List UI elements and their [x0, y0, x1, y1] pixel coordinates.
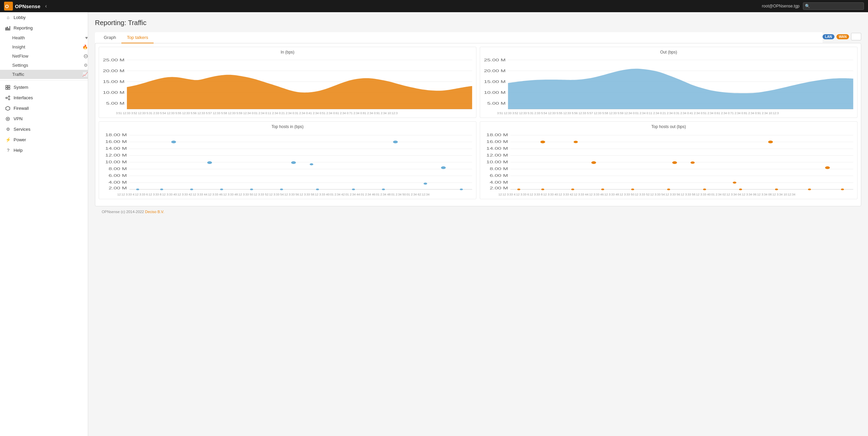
footer-link[interactable]: Deciso B.V. — [145, 210, 164, 214]
svg-point-101 — [733, 182, 736, 184]
sidebar-child-label: NetFlow — [12, 54, 28, 59]
sidebar-item-label: Help — [14, 148, 23, 153]
sidebar-item-power[interactable]: ⚡ Power — [0, 134, 88, 145]
tabs-row: Graph Top talkers LAN WAN — [95, 32, 861, 43]
svg-text:15.00 M: 15.00 M — [484, 80, 506, 84]
svg-text:4.00 M: 4.00 M — [490, 181, 508, 184]
health-icon: ♥ — [85, 35, 88, 40]
svg-point-65 — [136, 189, 139, 190]
svg-text:18.00 M: 18.00 M — [105, 133, 127, 137]
sidebar-item-system[interactable]: System — [0, 82, 88, 92]
help-icon: ? — [5, 148, 11, 153]
svg-line-16 — [7, 98, 8, 99]
chart-out-title: Out (bps) — [483, 50, 854, 55]
svg-point-73 — [382, 189, 385, 190]
search-wrapper: 🔍 — [803, 2, 864, 10]
svg-point-112 — [841, 189, 844, 190]
sidebar-child-health[interactable]: Health ♥ — [0, 33, 88, 42]
chart-top-hosts-out-svg: 18.00 M 16.00 M 14.00 M 12.00 M 10.00 M … — [483, 131, 854, 192]
svg-rect-11 — [8, 88, 10, 89]
sidebar-child-settings[interactable]: Settings ⚙ — [0, 61, 88, 70]
lobby-icon: ⌂ — [5, 15, 11, 20]
sidebar-item-reporting[interactable]: Reporting — [0, 23, 88, 33]
svg-text:25.00 M: 25.00 M — [103, 58, 124, 62]
chart-row-2: Top hosts in (bps) 18.00 M 16.00 M 14.00… — [99, 121, 857, 199]
chart-top-hosts-out: Top hosts out (bps) 18.00 M 16.00 M 14.0… — [480, 121, 857, 199]
sidebar-toggle-button[interactable]: ‹ — [44, 2, 48, 11]
wan-badge: WAN — [836, 34, 849, 39]
sidebar-item-label: System — [14, 85, 28, 90]
svg-text:15.00 M: 15.00 M — [103, 80, 124, 84]
svg-text:O: O — [5, 4, 9, 9]
sidebar-item-interfaces[interactable]: Interfaces — [0, 92, 88, 103]
services-icon: ⚙ — [5, 127, 11, 132]
svg-text:14.00 M: 14.00 M — [105, 147, 127, 150]
svg-point-18 — [7, 118, 8, 120]
svg-point-61 — [291, 161, 296, 164]
logo-text: OPNsense — [15, 3, 40, 9]
svg-point-62 — [310, 163, 313, 165]
svg-rect-10 — [6, 88, 7, 89]
svg-text:10.00 M: 10.00 M — [484, 91, 506, 95]
svg-point-14 — [8, 99, 10, 100]
power-icon: ⚡ — [5, 137, 11, 142]
sidebar-item-vpn[interactable]: VPN — [0, 113, 88, 124]
settings-icon: ⚙ — [84, 63, 88, 68]
sidebar-child-netflow[interactable]: NetFlow — [0, 51, 88, 61]
svg-point-63 — [393, 141, 398, 143]
svg-rect-8 — [6, 85, 7, 87]
vpn-icon — [5, 117, 11, 121]
sidebar-item-help[interactable]: ? Help — [0, 145, 88, 155]
chart-top-hosts-out-xaxis: 12:12 3:33 4:12 3:33 6:12 3:33 8:12 3:33… — [483, 193, 854, 196]
svg-point-104 — [571, 189, 574, 190]
chart-out-xaxis: 3:51 12:33 3:52 12:33 5:31 2:33 5:54 12:… — [483, 111, 854, 115]
main-content: Reporting: Traffic Graph Top talkers LAN… — [88, 12, 868, 436]
traffic-icon: 📈 — [82, 72, 88, 77]
chart-out: Out (bps) 25.00 M 20.00 M 15.00 M 10.00 … — [480, 47, 857, 118]
logo: O OPNsense — [4, 2, 40, 11]
chart-top-hosts-in: Top hosts in (bps) 18.00 M 16.00 M 14.00… — [99, 121, 476, 199]
navbar-user: root@OPNsense.tgp — [762, 4, 800, 8]
svg-point-110 — [775, 189, 778, 190]
sidebar-child-insight[interactable]: Insight 🔥 — [0, 42, 88, 51]
sidebar-item-services[interactable]: ⚙ Services — [0, 124, 88, 134]
interface-dropdown[interactable] — [851, 33, 861, 40]
chart-in: In (bps) 25.00 M 20.00 M 15.00 M 10.00 M… — [99, 47, 476, 118]
sidebar-item-label: VPN — [14, 116, 23, 121]
svg-line-15 — [7, 97, 8, 98]
svg-text:6.00 M: 6.00 M — [490, 174, 508, 178]
sidebar-item-label: Power — [14, 137, 26, 142]
svg-point-103 — [541, 189, 544, 190]
navbar-right: root@OPNsense.tgp 🔍 — [762, 2, 864, 10]
svg-point-98 — [691, 162, 695, 164]
sidebar-child-traffic[interactable]: Traffic 📈 — [0, 70, 88, 79]
charts-container: In (bps) 25.00 M 20.00 M 15.00 M 10.00 M… — [95, 43, 861, 206]
chart-top-hosts-out-title: Top hosts out (bps) — [483, 124, 854, 129]
logo-icon: O — [4, 2, 13, 11]
navbar-left: O OPNsense ‹ — [4, 2, 48, 11]
sidebar-item-lobby[interactable]: ⌂ Lobby — [0, 12, 88, 23]
sidebar-item-label: Services — [14, 127, 31, 132]
svg-text:10.00 M: 10.00 M — [486, 160, 508, 164]
svg-rect-4 — [8, 28, 9, 30]
svg-text:8.00 M: 8.00 M — [490, 167, 508, 171]
sidebar-item-firewall[interactable]: Firewall — [0, 103, 88, 113]
svg-rect-2 — [5, 27, 6, 30]
search-input[interactable] — [803, 2, 864, 10]
svg-point-68 — [220, 189, 223, 190]
sidebar-child-label: Insight — [12, 44, 25, 49]
tab-top-talkers[interactable]: Top talkers — [121, 32, 154, 43]
svg-text:18.00 M: 18.00 M — [486, 133, 508, 137]
svg-text:20.00 M: 20.00 M — [103, 69, 124, 73]
svg-point-99 — [768, 141, 773, 143]
svg-text:16.00 M: 16.00 M — [105, 140, 127, 144]
sidebar-item-label: Lobby — [14, 15, 25, 20]
chart-top-hosts-in-xaxis: 12:12 3:33 4:12 3:33 6:12 3:33 8:12 3:33… — [102, 193, 473, 196]
svg-point-100 — [825, 166, 830, 169]
svg-point-109 — [739, 189, 742, 190]
sidebar-item-label: Firewall — [14, 106, 29, 111]
chart-out-svg: 25.00 M 20.00 M 15.00 M 10.00 M 5.00 M — [483, 57, 854, 111]
tab-graph[interactable]: Graph — [98, 32, 121, 43]
svg-point-69 — [250, 189, 253, 190]
svg-point-12 — [6, 97, 7, 99]
